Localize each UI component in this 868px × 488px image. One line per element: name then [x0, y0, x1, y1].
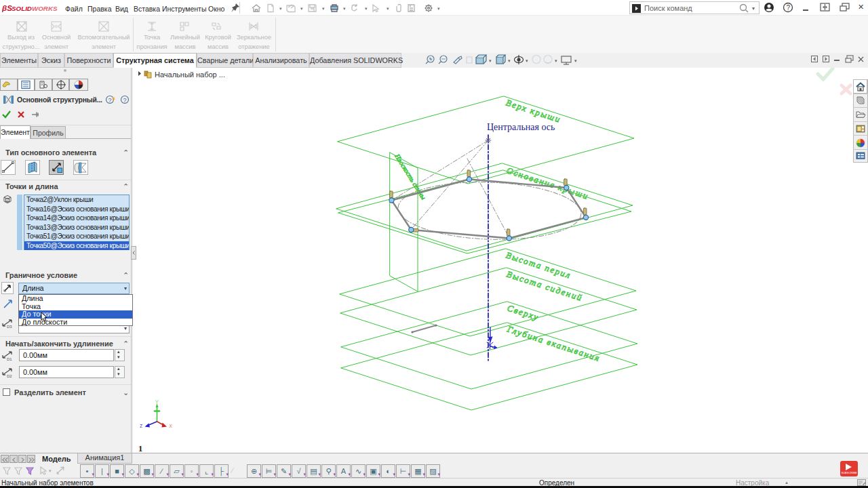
- svg-text:▾: ▾: [322, 6, 325, 11]
- svg-text:SOLIDWORKS: SOLIDWORKS: [12, 5, 58, 12]
- svg-text:▾: ▾: [508, 58, 511, 63]
- svg-text:▾: ▾: [365, 6, 368, 11]
- svg-text:βS: βS: [2, 4, 12, 12]
- svg-text:?: ?: [108, 97, 112, 104]
- svg-text:Сверху: Сверху: [506, 303, 540, 323]
- svg-text:Плоскость стены: Плоскость стены: [393, 152, 428, 201]
- svg-text:▾: ▾: [279, 6, 282, 11]
- svg-text:1: 1: [138, 444, 142, 453]
- svg-text:▾: ▾: [574, 58, 577, 63]
- svg-text:▾: ▾: [489, 58, 492, 63]
- svg-text:Верх крыши: Верх крыши: [505, 98, 562, 125]
- svg-text:Глубина вкапывания: Глубина вкапывания: [505, 323, 601, 363]
- svg-text:Y: Y: [155, 399, 159, 405]
- svg-text:Высота сидений: Высота сидений: [505, 269, 584, 304]
- svg-text:z: z: [140, 422, 142, 429]
- svg-text:Центральная ось: Центральная ось: [487, 122, 555, 132]
- svg-text:▾: ▾: [387, 6, 389, 11]
- svg-text:?: ?: [787, 4, 791, 12]
- svg-text:▾: ▾: [49, 468, 52, 473]
- svg-text:?: ?: [123, 97, 127, 104]
- svg-text:x: x: [170, 422, 173, 429]
- svg-text:▾: ▾: [437, 6, 440, 11]
- svg-text:D2: D2: [7, 374, 12, 378]
- svg-text:▾: ▾: [526, 58, 528, 63]
- svg-text:▾: ▾: [343, 6, 346, 11]
- svg-text:D3: D3: [7, 325, 12, 329]
- svg-text:▾: ▾: [752, 5, 755, 12]
- svg-text:▾: ▾: [300, 6, 303, 11]
- svg-text:D1: D1: [7, 357, 12, 361]
- svg-text:Начальный набор ...: Начальный набор ...: [155, 70, 225, 79]
- svg-text:▾: ▾: [555, 58, 557, 63]
